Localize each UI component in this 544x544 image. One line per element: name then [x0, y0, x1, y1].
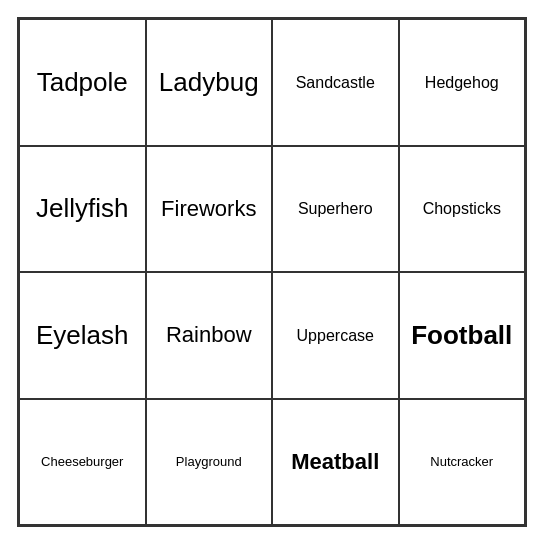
bingo-cell-8: Eyelash [19, 272, 146, 399]
bingo-cell-10: Uppercase [272, 272, 399, 399]
cell-text-7: Chopsticks [423, 199, 501, 218]
bingo-cell-9: Rainbow [146, 272, 273, 399]
cell-text-0: Tadpole [37, 67, 128, 98]
bingo-cell-13: Playground [146, 399, 273, 526]
cell-text-14: Meatball [291, 449, 379, 475]
bingo-cell-4: Jellyfish [19, 146, 146, 273]
cell-text-9: Rainbow [166, 322, 252, 348]
cell-text-1: Ladybug [159, 67, 259, 98]
bingo-cell-6: Superhero [272, 146, 399, 273]
bingo-cell-11: Football [399, 272, 526, 399]
cell-text-13: Playground [176, 454, 242, 470]
cell-text-10: Uppercase [297, 326, 374, 345]
bingo-cell-5: Fireworks [146, 146, 273, 273]
cell-text-8: Eyelash [36, 320, 129, 351]
cell-text-4: Jellyfish [36, 193, 128, 224]
bingo-grid: TadpoleLadybugSandcastleHedgehogJellyfis… [17, 17, 527, 527]
bingo-cell-12: Cheeseburger [19, 399, 146, 526]
cell-text-5: Fireworks [161, 196, 256, 222]
cell-text-2: Sandcastle [296, 73, 375, 92]
bingo-cell-3: Hedgehog [399, 19, 526, 146]
bingo-cell-2: Sandcastle [272, 19, 399, 146]
bingo-cell-14: Meatball [272, 399, 399, 526]
cell-text-11: Football [411, 320, 512, 351]
cell-text-12: Cheeseburger [41, 454, 123, 470]
bingo-cell-15: Nutcracker [399, 399, 526, 526]
cell-text-15: Nutcracker [430, 454, 493, 470]
cell-text-3: Hedgehog [425, 73, 499, 92]
bingo-cell-0: Tadpole [19, 19, 146, 146]
bingo-cell-7: Chopsticks [399, 146, 526, 273]
bingo-cell-1: Ladybug [146, 19, 273, 146]
cell-text-6: Superhero [298, 199, 373, 218]
